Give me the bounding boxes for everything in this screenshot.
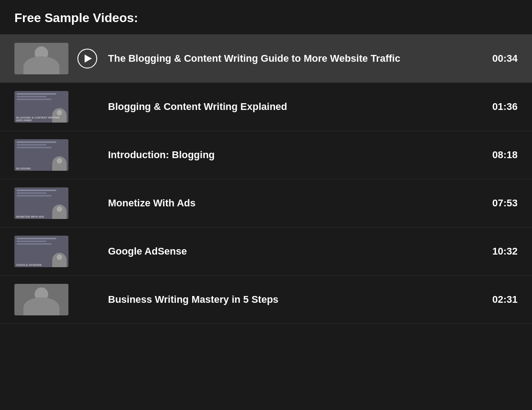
video-item[interactable]: Business Writing Mastery in 5 Steps02:31 xyxy=(0,276,532,324)
video-thumbnail: GOOGLE ADSENSE xyxy=(14,236,68,267)
video-title: Business Writing Mastery in 5 Steps xyxy=(106,294,483,305)
video-title: Blogging & Content Writing Explained xyxy=(106,101,483,113)
video-thumbnail xyxy=(14,43,68,74)
video-item[interactable]: GOOGLE ADSENSE Google AdSense10:32 xyxy=(0,228,532,276)
play-button-wrapper xyxy=(77,97,97,117)
play-button-wrapper xyxy=(77,290,97,310)
video-title: Monetize With Ads xyxy=(106,197,483,209)
video-duration: 08:18 xyxy=(492,149,518,161)
video-title: Introduction: Blogging xyxy=(106,149,483,161)
video-title: Google AdSense xyxy=(106,246,483,257)
video-item[interactable]: BLOGGING & CONTENT WRITING EXPLAINED Blo… xyxy=(0,83,532,131)
page-header: Free Sample Videos: xyxy=(0,0,532,35)
video-thumbnail xyxy=(14,284,68,315)
video-thumbnail: BLOGGING & CONTENT WRITING EXPLAINED xyxy=(14,91,68,123)
video-duration: 02:31 xyxy=(492,294,518,305)
video-duration: 01:36 xyxy=(492,101,518,113)
video-thumbnail: MONETIZE WITH ADS xyxy=(14,187,68,219)
video-item[interactable]: MONETIZE WITH ADS Monetize With Ads07:53 xyxy=(0,179,532,228)
page-title: Free Sample Videos: xyxy=(14,11,518,25)
video-duration: 07:53 xyxy=(492,197,518,209)
video-list: The Blogging & Content Writing Guide to … xyxy=(0,35,532,324)
page-container: Free Sample Videos: The Blogging & Conte… xyxy=(0,0,532,324)
video-item[interactable]: The Blogging & Content Writing Guide to … xyxy=(0,35,532,83)
play-button-wrapper xyxy=(77,193,97,213)
play-button-wrapper xyxy=(77,241,97,261)
play-button-wrapper[interactable] xyxy=(77,49,97,68)
play-button-wrapper xyxy=(77,145,97,165)
video-duration: 10:32 xyxy=(492,246,518,257)
play-triangle-icon xyxy=(85,55,92,63)
video-duration: 00:34 xyxy=(492,53,518,64)
video-item[interactable]: BLOGGING Introduction: Blogging08:18 xyxy=(0,131,532,179)
video-thumbnail: BLOGGING xyxy=(14,139,68,171)
video-title: The Blogging & Content Writing Guide to … xyxy=(106,53,483,64)
play-icon[interactable] xyxy=(77,49,97,68)
